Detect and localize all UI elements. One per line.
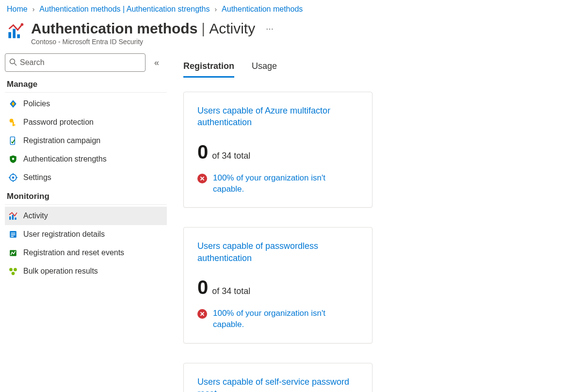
sidebar-item-authentication-strengths[interactable]: Authentication strengths [5, 150, 167, 168]
sidebar-item-label: Authentication strengths [23, 155, 107, 163]
sidebar-item-label: Settings [23, 173, 51, 182]
breadcrumb-auth-methods[interactable]: Authentication methods [222, 5, 303, 14]
sidebar-item-label: Password protection [23, 118, 94, 127]
main-content: Registration Usage Users capable of Azur… [171, 53, 582, 392]
breadcrumb-auth-strengths[interactable]: Authentication methods | Authentication … [39, 5, 210, 14]
shield-icon [9, 155, 17, 163]
card-sspr-capable: Users capable of self-service password r… [183, 363, 372, 392]
svg-point-14 [12, 177, 15, 179]
card-title-link[interactable]: Users capable of passwordless authentica… [197, 240, 358, 264]
gear-icon [9, 173, 17, 182]
page-title-sub: Activity [209, 20, 255, 37]
details-icon [9, 230, 17, 239]
activity-icon [9, 212, 17, 220]
svg-rect-23 [11, 233, 16, 234]
page-title: Authentication methods | Activity ⋯ [31, 20, 275, 37]
sidebar-item-label: User registration details [23, 230, 105, 239]
chevron-right-icon: › [32, 5, 35, 13]
sidebar-item-bulk-operation-results[interactable]: Bulk operation results [5, 262, 167, 280]
card-title-link[interactable]: Users capable of Azure multifactor authe… [197, 105, 358, 129]
breadcrumb-home[interactable]: Home [7, 5, 28, 14]
more-actions-button[interactable]: ⋯ [266, 24, 275, 33]
search-input[interactable] [20, 58, 141, 67]
search-box[interactable] [5, 53, 146, 72]
sidebar-item-label: Registration campaign [23, 136, 100, 145]
sidebar: « Manage Policies Password protection Re… [0, 53, 171, 392]
nav-section-monitoring: Monitoring [5, 187, 167, 205]
card-passwordless-capable: Users capable of passwordless authentica… [183, 227, 372, 343]
sidebar-item-settings[interactable]: Settings [5, 168, 167, 187]
sidebar-item-registration-reset-events[interactable]: Registration and reset events [5, 244, 167, 262]
sidebar-item-label: Bulk operation results [23, 267, 98, 276]
search-icon [9, 58, 17, 67]
tab-usage[interactable]: Usage [252, 58, 277, 78]
svg-rect-24 [11, 234, 16, 235]
card-of-total: of 34 total [212, 151, 250, 161]
sidebar-item-user-registration-details[interactable]: User registration details [5, 225, 167, 244]
svg-line-5 [15, 63, 17, 65]
page-title-main: Authentication methods [31, 20, 197, 37]
bulk-icon [9, 267, 17, 276]
tabs: Registration Usage [183, 58, 572, 78]
svg-rect-20 [12, 215, 14, 220]
card-title-link[interactable]: Users capable of self-service password r… [197, 376, 358, 392]
nav-section-manage: Manage [5, 75, 167, 93]
page-subtitle: Contoso - Microsoft Entra ID Security [31, 38, 275, 46]
error-icon [197, 174, 207, 183]
card-alert-link[interactable]: 100% of your organization isn't capable. [213, 173, 358, 195]
svg-point-4 [10, 59, 15, 64]
activity-header-icon [7, 22, 24, 40]
tab-registration[interactable]: Registration [183, 58, 234, 78]
sidebar-item-label: Activity [23, 212, 48, 220]
sidebar-item-policies[interactable]: Policies [5, 95, 167, 113]
chevron-right-icon: › [214, 5, 217, 13]
card-count: 0 [197, 141, 208, 163]
sidebar-item-activity[interactable]: Activity [5, 207, 167, 225]
svg-point-28 [14, 268, 17, 271]
collapse-sidebar-button[interactable]: « [154, 58, 159, 68]
breadcrumb: Home › Authentication methods | Authenti… [0, 0, 582, 16]
svg-rect-21 [15, 217, 16, 220]
sidebar-item-registration-campaign[interactable]: Registration campaign [5, 131, 167, 150]
svg-point-12 [12, 158, 15, 160]
svg-point-27 [9, 268, 13, 271]
svg-rect-19 [9, 216, 11, 220]
svg-rect-1 [13, 29, 16, 38]
error-icon [197, 309, 207, 319]
card-alert-link[interactable]: 100% of your organization isn't capable. [213, 308, 358, 330]
key-icon [9, 118, 17, 127]
campaign-icon [9, 136, 17, 145]
page-header: Authentication methods | Activity ⋯ Cont… [0, 16, 582, 53]
svg-rect-2 [17, 34, 20, 38]
card-mfa-capable: Users capable of Azure multifactor authe… [183, 92, 372, 208]
card-count: 0 [197, 277, 208, 298]
sidebar-item-password-protection[interactable]: Password protection [5, 113, 167, 131]
sidebar-item-label: Policies [23, 99, 50, 108]
svg-point-29 [12, 272, 15, 275]
svg-rect-10 [13, 125, 16, 126]
events-icon [9, 248, 17, 257]
sidebar-item-label: Registration and reset events [23, 248, 124, 257]
policies-icon [9, 99, 17, 108]
card-of-total: of 34 total [212, 286, 250, 296]
svg-rect-0 [8, 32, 11, 38]
svg-point-3 [21, 23, 24, 26]
svg-rect-25 [11, 236, 14, 237]
